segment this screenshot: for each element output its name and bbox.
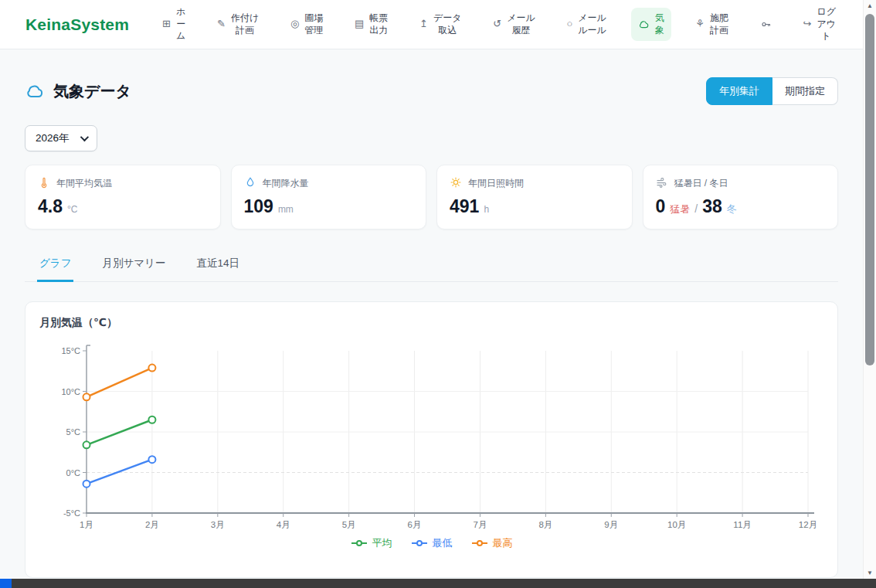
yearly-summary-button[interactable]: 年別集計 bbox=[706, 77, 772, 105]
nav-item-planting-plan[interactable]: ✎作付け 計画 bbox=[210, 8, 266, 41]
upload-icon: ↥ bbox=[419, 18, 428, 31]
nav-item-label: 気 象 bbox=[655, 12, 664, 36]
chart-legend: 平均最低最高 bbox=[39, 536, 823, 550]
stat-card-sunshine: 年間日照時間491h bbox=[436, 165, 633, 229]
page-title: 気象データ bbox=[53, 81, 131, 102]
svg-text:-5°C: -5°C bbox=[63, 508, 80, 518]
circle-icon: ○ bbox=[566, 18, 572, 31]
nav-item-label: メール ルール bbox=[578, 12, 606, 36]
legend-label: 最高 bbox=[493, 536, 513, 550]
year-select[interactable]: 2026年 bbox=[25, 125, 97, 151]
grid-icon: ⊞ bbox=[162, 18, 171, 31]
map-pin-icon: ◎ bbox=[290, 18, 299, 31]
stat-value-unit: °C bbox=[67, 204, 77, 215]
legend-item-最高[interactable]: 最高 bbox=[471, 536, 513, 550]
stat-value-number: 4.8 bbox=[38, 196, 63, 217]
svg-text:7月: 7月 bbox=[474, 520, 487, 529]
stat-card-value: 491h bbox=[450, 196, 620, 217]
legend-marker bbox=[351, 539, 368, 547]
droplet-icon bbox=[244, 176, 256, 191]
period-select-button[interactable]: 期間指定 bbox=[772, 77, 838, 105]
svg-text:15°C: 15°C bbox=[61, 346, 80, 355]
chart-panel: 月別気温（℃） 15°C10°C5°C0°C-5°C1月2月3月4月5月6月7月… bbox=[25, 301, 838, 578]
svg-text:3月: 3月 bbox=[211, 520, 225, 529]
stat-card-header: 年間日照時間 bbox=[450, 176, 620, 191]
svg-text:6月: 6月 bbox=[408, 520, 422, 529]
nav-item-home[interactable]: ⊞ホ ー ム bbox=[155, 2, 192, 47]
nav-item-mail-rules[interactable]: ○メール ルール bbox=[559, 8, 613, 41]
nav-item-weather[interactable]: 気 象 bbox=[631, 8, 671, 41]
nav-item-label: ログ アウ ト bbox=[817, 6, 836, 42]
scroll-up-arrow[interactable]: ▲ bbox=[864, 0, 876, 12]
taskbar-accent bbox=[0, 579, 12, 588]
vertical-scrollbar[interactable]: ▲ ▼ bbox=[863, 0, 876, 579]
stat-card-value: 4.8°C bbox=[38, 196, 208, 217]
history-icon: ↺ bbox=[493, 18, 501, 31]
nav-item-label: 作付け 計画 bbox=[231, 12, 259, 36]
stat-card-value: 109mm bbox=[244, 196, 414, 217]
svg-text:2月: 2月 bbox=[145, 520, 159, 529]
legend-item-最低[interactable]: 最低 bbox=[411, 536, 453, 550]
tab-graph[interactable]: グラフ bbox=[37, 249, 73, 282]
tab-recent-14days[interactable]: 直近14日 bbox=[194, 249, 242, 282]
stat-value-unit: mm bbox=[278, 204, 294, 215]
stat-card-extreme-days: 猛暑日 / 冬日0猛暑/38冬 bbox=[643, 165, 839, 229]
svg-text:5°C: 5°C bbox=[66, 427, 81, 437]
nav-item-mail-history[interactable]: ↺メール 履歴 bbox=[486, 8, 542, 41]
stat-card-avg-temp: 年間平均気温4.8°C bbox=[25, 165, 221, 229]
stat-card-header: 年間平均気温 bbox=[38, 176, 208, 191]
stat-value-part: 38 bbox=[702, 196, 722, 217]
stat-value-unit: h bbox=[484, 204, 489, 215]
chevron-down-icon bbox=[80, 133, 88, 141]
top-navigation: KeinaSystem ⊞ホ ー ム✎作付け 計画◎圃場 管理▤帳票 出力↥デー… bbox=[0, 0, 863, 49]
stat-value-number: 491 bbox=[450, 196, 479, 217]
cloud-icon bbox=[638, 19, 650, 30]
nav-item-report-output[interactable]: ▤帳票 出力 bbox=[348, 8, 395, 41]
thermometer-icon bbox=[38, 176, 50, 191]
wind-icon bbox=[656, 176, 668, 191]
svg-text:10°C: 10°C bbox=[61, 387, 80, 396]
nav-item-data-import[interactable]: ↥データ 取込 bbox=[413, 8, 468, 41]
nav-item-password[interactable] bbox=[753, 14, 779, 35]
document-icon: ▤ bbox=[355, 18, 364, 31]
tab-monthly-summary[interactable]: 月別サマリー bbox=[100, 249, 168, 282]
svg-text:0°C: 0°C bbox=[66, 468, 81, 478]
nav-item-label: 帳票 出力 bbox=[369, 12, 388, 36]
nav-menu: ⊞ホ ー ム✎作付け 計画◎圃場 管理▤帳票 出力↥データ 取込↺メール 履歴○… bbox=[155, 2, 843, 47]
sprout-icon: ⚘ bbox=[695, 18, 705, 31]
nav-item-label: メール 履歴 bbox=[507, 12, 535, 36]
chart-title: 月別気温（℃） bbox=[39, 316, 823, 330]
stat-card-label: 年間平均気温 bbox=[56, 177, 112, 190]
svg-text:8月: 8月 bbox=[538, 520, 552, 529]
stat-value-part: 猛暑 bbox=[670, 202, 690, 216]
nav-item-field-management[interactable]: ◎圃場 管理 bbox=[284, 8, 330, 41]
sun-icon bbox=[450, 176, 462, 191]
svg-text:5月: 5月 bbox=[342, 520, 356, 529]
pencil-icon: ✎ bbox=[217, 18, 226, 31]
legend-label: 平均 bbox=[372, 536, 392, 550]
scroll-down-arrow[interactable]: ▼ bbox=[864, 567, 876, 579]
logout-icon: ↪ bbox=[803, 18, 811, 31]
svg-text:10月: 10月 bbox=[667, 520, 686, 529]
tab-bar: グラフ月別サマリー直近14日 bbox=[25, 249, 838, 282]
svg-text:12月: 12月 bbox=[799, 520, 817, 529]
legend-item-平均[interactable]: 平均 bbox=[351, 536, 392, 550]
nav-item-fertilizer-plan[interactable]: ⚘施肥 計画 bbox=[688, 8, 735, 41]
svg-text:1月: 1月 bbox=[80, 520, 93, 529]
brand-logo[interactable]: KeinaSystem bbox=[25, 15, 129, 34]
nav-item-label: ホ ー ム bbox=[176, 6, 185, 42]
scrollbar-thumb[interactable] bbox=[865, 14, 874, 365]
view-mode-toggle: 年別集計 期間指定 bbox=[706, 77, 838, 105]
stat-value-number: 109 bbox=[244, 196, 273, 217]
legend-marker bbox=[411, 539, 428, 547]
legend-marker bbox=[471, 539, 488, 547]
stat-value-part: / bbox=[694, 202, 698, 215]
legend-label: 最低 bbox=[433, 536, 453, 550]
stat-card-label: 猛暑日 / 冬日 bbox=[674, 177, 728, 190]
nav-item-label: データ 取込 bbox=[433, 12, 462, 36]
cloud-icon bbox=[25, 81, 45, 101]
year-select-value: 2026年 bbox=[36, 131, 70, 145]
stat-card-label: 年間降水量 bbox=[263, 177, 309, 190]
nav-item-logout[interactable]: ↪ログ アウ ト bbox=[796, 2, 842, 47]
stat-cards: 年間平均気温4.8°C年間降水量109mm年間日照時間491h猛暑日 / 冬日0… bbox=[25, 165, 838, 229]
